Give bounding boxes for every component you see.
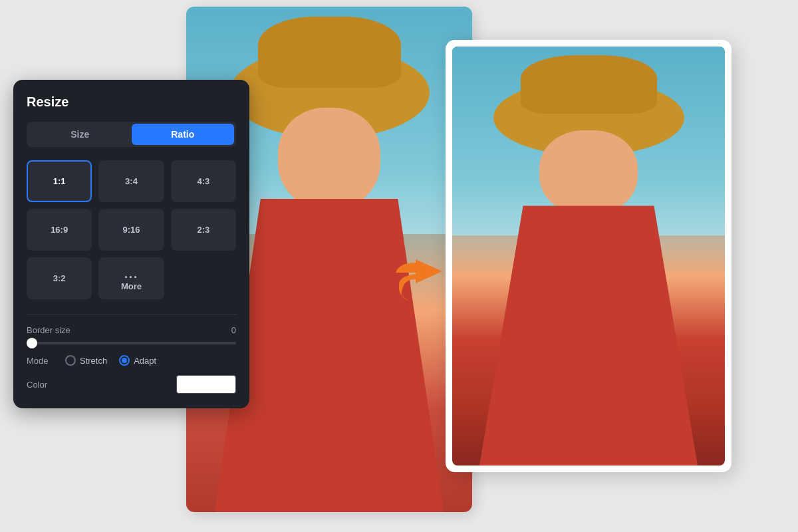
ratio-1-1[interactable]: 1:1 [27, 160, 92, 202]
tab-size[interactable]: Size [29, 124, 132, 145]
result-face [539, 130, 638, 214]
result-photo [452, 47, 725, 466]
color-row: Color [27, 375, 236, 394]
result-dress [479, 205, 698, 466]
transform-arrow [392, 259, 446, 306]
ratio-9-16[interactable]: 9:16 [98, 209, 164, 251]
mode-adapt[interactable]: Adapt [119, 355, 156, 366]
mode-stretch[interactable]: Stretch [65, 355, 107, 366]
ratio-3-4[interactable]: 3:4 [98, 160, 164, 202]
resize-panel: Resize Size Ratio 1:1 3:4 4:3 16:9 9:16 … [13, 80, 249, 408]
result-card [446, 40, 732, 472]
arrow-svg [392, 259, 446, 306]
panel-title: Resize [27, 94, 236, 110]
ratio-3-2[interactable]: 3:2 [27, 257, 92, 299]
ratio-grid: 1:1 3:4 4:3 16:9 9:16 2:3 3:2 ... More [27, 160, 236, 299]
tab-ratio[interactable]: Ratio [132, 124, 235, 145]
color-swatch[interactable] [176, 375, 236, 394]
adapt-radio[interactable] [119, 355, 130, 366]
border-size-slider[interactable] [27, 342, 236, 344]
divider [27, 314, 236, 315]
ratio-2-3[interactable]: 2:3 [171, 209, 236, 251]
face [278, 108, 381, 209]
more-dots: ... [124, 268, 138, 280]
result-figure [452, 47, 725, 466]
result-hat-top [521, 55, 657, 114]
stretch-label: Stretch [80, 356, 107, 366]
border-size-row: Border size 0 [27, 325, 236, 335]
hat-top [258, 17, 401, 87]
border-size-label: Border size [27, 325, 70, 335]
mode-label: Mode [27, 356, 53, 366]
ratio-4-3[interactable]: 4:3 [171, 160, 236, 202]
adapt-label: Adapt [134, 356, 156, 366]
border-size-value: 0 [231, 325, 236, 335]
more-button[interactable]: ... More [98, 257, 164, 299]
slider-thumb[interactable] [27, 338, 37, 348]
tabs-row: Size Ratio [27, 122, 236, 147]
color-label: Color [27, 380, 47, 390]
slider-track [27, 342, 236, 344]
more-label: More [121, 281, 142, 291]
ratio-16-9[interactable]: 16:9 [27, 209, 92, 251]
stretch-radio[interactable] [65, 355, 76, 366]
mode-row: Mode Stretch Adapt [27, 355, 236, 366]
